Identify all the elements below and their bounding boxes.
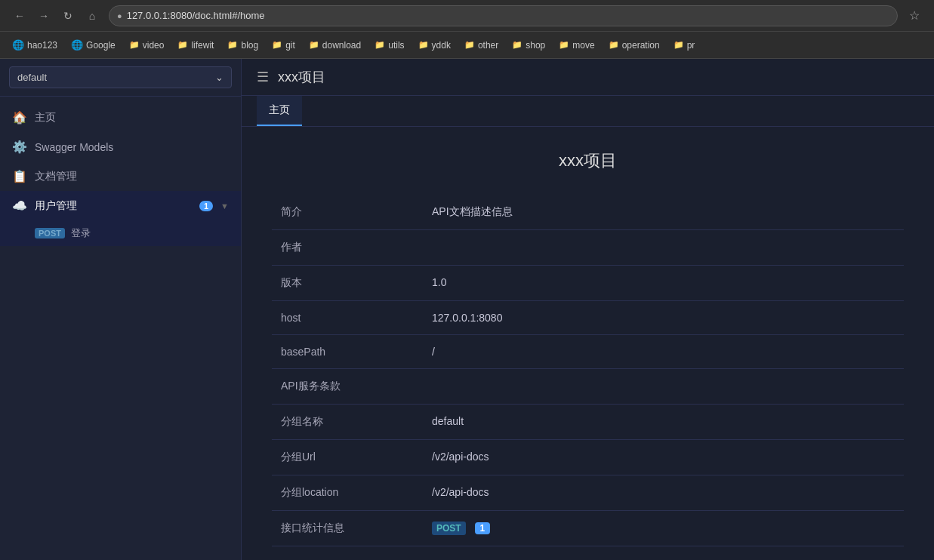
field-value-group-name: default [423,405,904,440]
folder-icon: 📁 [464,40,475,50]
forward-button[interactable]: → [33,5,54,26]
sidebar-item-user-label: 用户管理 [35,199,77,213]
refresh-button[interactable]: ↻ [57,5,79,26]
bookmark-video-label: video [143,40,165,51]
sidebar-item-user-management[interactable]: ☁️ 用户管理 1 ▼ [0,191,241,220]
bookmark-video[interactable]: 📁 video [123,37,171,54]
sidebar: default ⌄ 🏠 主页 ⚙️ Swagger Models 📋 文档管理 … [0,59,242,560]
field-label-group-location: 分组location [272,475,423,511]
bookmark-lifewit[interactable]: 📁 lifewit [171,37,220,54]
browser-nav-buttons: ← → ↻ ⌂ [9,5,103,26]
table-row-basepath: basePath / [272,335,904,369]
folder-icon: 📁 [375,40,385,50]
field-label-version: 版本 [272,266,423,301]
app-container: default ⌄ 🏠 主页 ⚙️ Swagger Models 📋 文档管理 … [0,59,934,560]
menu-icon[interactable]: ☰ [257,69,269,85]
field-label-api-stats: 接口统计信息 [272,511,423,546]
folder-icon: 📁 [177,40,188,50]
info-title: xxx项目 [272,149,904,172]
sidebar-item-doc-management[interactable]: 📋 文档管理 [0,162,241,191]
sidebar-sub-item-login-label: 登录 [71,226,91,240]
table-row-version: 版本 1.0 [272,266,904,301]
bookmark-move-label: move [572,40,594,51]
table-row-group-name: 分组名称 default [272,405,904,440]
sidebar-item-home[interactable]: 🏠 主页 [0,103,241,132]
post-method-badge: POST [35,228,65,238]
bookmark-pr-label: pr [687,40,695,51]
folder-icon: 📁 [129,40,140,50]
field-value-author [423,230,904,266]
bookmark-hao123[interactable]: 🌐 hao123 [6,36,63,54]
chevron-down-icon: ⌄ [215,72,223,83]
post-method-label: POST [432,522,466,535]
sidebar-item-swagger-label: Swagger Models [35,141,113,153]
bookmark-google[interactable]: 🌐 Google [65,36,122,54]
sidebar-nav: 🏠 主页 ⚙️ Swagger Models 📋 文档管理 ☁️ 用户管理 1 … [0,97,241,560]
bookmark-blog-label: blog [241,40,258,51]
address-bar[interactable]: ● 127.0.0.1:8080/doc.html#/home [109,5,898,26]
swagger-icon: ⚙️ [12,140,27,154]
user-management-badge: 1 [199,201,213,211]
bookmarks-bar: 🌐 hao123 🌐 Google 📁 video 📁 lifewit 📁 bl… [0,32,934,59]
field-value-api-terms [423,369,904,405]
folder-icon: 📁 [674,40,684,50]
bookmark-operation[interactable]: 📁 operation [603,37,666,54]
folder-icon: 📁 [227,40,238,50]
folder-icon: 📁 [418,40,429,50]
bookmark-utils[interactable]: 📁 utils [368,37,410,54]
home-button[interactable]: ⌂ [82,5,103,26]
home-icon: 🏠 [12,110,27,125]
lock-icon: ● [117,11,122,20]
folder-icon: 📁 [609,40,619,50]
sidebar-sub-item-login[interactable]: POST 登录 [0,220,241,246]
field-value-host: 127.0.0.1:8080 [423,301,904,335]
folder-icon: 📁 [309,40,319,50]
google-favicon: 🌐 [71,39,83,51]
bookmark-other-label: other [478,40,498,51]
field-value-group-url: /v2/api-docs [423,440,904,475]
bookmark-move[interactable]: 📁 move [553,37,600,54]
field-value-basepath: / [423,335,904,369]
bookmark-lifewit-label: lifewit [191,40,214,51]
info-table: 简介 API文档描述信息 作者 版本 1.0 host 127.0.0.1:80… [272,195,904,546]
info-section: xxx项目 简介 API文档描述信息 作者 版本 1.0 [242,127,934,560]
bookmark-shop[interactable]: 📁 shop [506,37,551,54]
table-row-group-location: 分组location /v2/api-docs [272,475,904,511]
bookmark-pr[interactable]: 📁 pr [667,37,701,54]
field-value-jianjie: API文档描述信息 [423,195,904,230]
bookmark-download[interactable]: 📁 download [303,37,367,54]
bookmark-git[interactable]: 📁 git [266,37,301,54]
field-value-api-stats: POST 1 [423,511,904,546]
sidebar-item-home-label: 主页 [35,111,56,125]
field-label-group-name: 分组名称 [272,405,423,440]
sidebar-header: default ⌄ [0,59,241,97]
hao123-favicon: 🌐 [12,39,24,51]
bookmark-hao123-label: hao123 [27,40,57,51]
bookmark-operation-label: operation [622,40,660,51]
folder-icon: 📁 [512,40,522,50]
tab-home[interactable]: 主页 [257,96,302,126]
table-row-author: 作者 [272,230,904,266]
project-title: xxx项目 [278,68,325,86]
folder-icon: 📁 [559,40,569,50]
bookmark-yddk[interactable]: 📁 yddk [412,37,457,54]
group-select[interactable]: default ⌄ [9,66,232,88]
table-row-jianjie: 简介 API文档描述信息 [272,195,904,230]
bookmark-star-button[interactable]: ☆ [904,5,925,26]
doc-icon: 📋 [12,169,27,183]
bookmark-utils-label: utils [388,40,404,51]
field-label-host: host [272,301,423,335]
tab-home-label: 主页 [269,103,290,115]
bookmark-blog[interactable]: 📁 blog [221,37,264,54]
main-header: ☰ xxx项目 [242,59,934,96]
field-label-jianjie: 简介 [272,195,423,230]
bookmark-other[interactable]: 📁 other [458,37,504,54]
expand-icon: ▼ [220,202,229,211]
sidebar-item-swagger-models[interactable]: ⚙️ Swagger Models [0,132,241,162]
back-button[interactable]: ← [9,5,30,26]
browser-chrome: ← → ↻ ⌂ ● 127.0.0.1:8080/doc.html#/home … [0,0,934,32]
field-label-api-terms: API服务条款 [272,369,423,405]
table-row-api-stats: 接口统计信息 POST 1 [272,511,904,546]
table-row-group-url: 分组Url /v2/api-docs [272,440,904,475]
field-value-version: 1.0 [423,266,904,301]
